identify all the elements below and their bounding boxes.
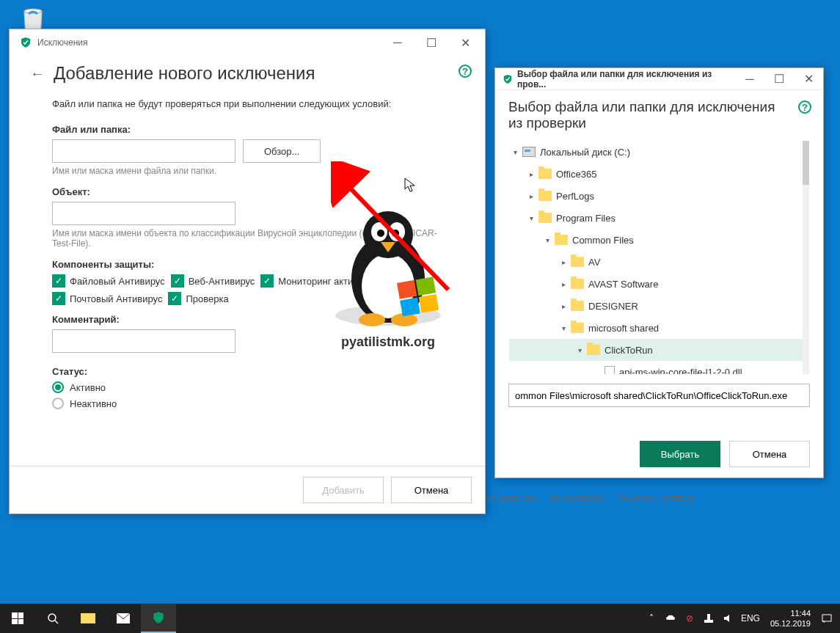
close-button[interactable]: ✕ (794, 67, 823, 91)
node-label: PerfLogs (556, 191, 594, 202)
help-icon[interactable]: ? (459, 65, 472, 78)
object-input[interactable] (52, 202, 235, 225)
tree-folder[interactable]: ▸Office365 (509, 163, 809, 185)
select-button[interactable]: Выбрать (640, 441, 720, 467)
disk-icon (522, 147, 536, 157)
components-label: Компоненты защиты: (52, 259, 442, 270)
taskbar-mail[interactable] (106, 604, 141, 633)
taskbar-search[interactable] (35, 604, 70, 633)
minimize-button[interactable]: ─ (381, 31, 414, 54)
check-icon: ✓ (260, 274, 274, 288)
tray-network-icon[interactable] (700, 604, 717, 633)
caret-icon: ▸ (530, 192, 538, 200)
caret-icon: ▸ (562, 302, 571, 310)
maximize-button[interactable]: ☐ (764, 67, 794, 91)
page-heading: Выбор файла или папки для исключения из … (508, 99, 810, 131)
radio-inactive[interactable]: Неактивно (52, 398, 442, 409)
node-label: Common Files (572, 235, 634, 246)
tray-clock[interactable]: 11:44 05.12.2019 (764, 608, 817, 629)
svg-rect-21 (822, 615, 831, 621)
back-arrow-icon[interactable]: ← (30, 65, 45, 82)
folder-icon (538, 191, 552, 201)
tree-file[interactable]: api-ms-win-core-file-l1-2-0.dll (509, 361, 809, 375)
file-hint: Имя или маска имени файла или папки. (52, 166, 442, 176)
status-strip: ие решения My Kaspersky Лицензия: активн… (487, 487, 715, 509)
check-icon: ✓ (171, 274, 184, 288)
help-icon[interactable]: ? (798, 100, 811, 114)
node-label: Program Files (556, 213, 616, 224)
titlebar[interactable]: Выбор файла или папки для исключения из … (495, 68, 823, 90)
tree-folder[interactable]: ▾microsoft shared (509, 317, 809, 339)
check-web-av[interactable]: ✓Веб-Антивирус (171, 274, 255, 288)
file-input[interactable] (52, 139, 235, 163)
node-label: api-ms-win-core-file-l1-2-0.dll (619, 367, 742, 376)
file-icon (605, 366, 615, 375)
file-label: Файл или папка: (52, 124, 442, 135)
exclusions-window: Исключения ─ ☐ ✕ ? ← Добавление нового и… (9, 29, 486, 514)
folder-icon (538, 213, 552, 223)
radio-active[interactable]: Активно (52, 381, 442, 393)
taskbar-kaspersky[interactable] (141, 604, 176, 633)
cancel-button[interactable]: Отмена (729, 441, 810, 467)
tree-folder[interactable]: ▾ClickToRun (509, 339, 809, 361)
caret-icon: ▾ (562, 324, 571, 332)
taskbar-explorer[interactable] (70, 604, 106, 633)
node-label: DESIGNER (588, 301, 638, 312)
folder-icon (571, 279, 584, 289)
folder-icon (538, 169, 552, 179)
tree-folder[interactable]: ▸PerfLogs (509, 185, 809, 207)
folder-icon (571, 257, 584, 267)
svg-line-17 (55, 621, 58, 623)
tree-disk[interactable]: ▾ Локальный диск (C:) (509, 141, 809, 163)
tray-alert-icon[interactable]: ⊘ (681, 604, 698, 633)
taskbar: ˄ ⊘ ENG 11:44 05.12.2019 (0, 604, 840, 633)
close-button[interactable]: ✕ (448, 31, 482, 54)
svg-rect-20 (707, 614, 710, 620)
tree-folder[interactable]: ▾Common Files (509, 229, 809, 251)
tray-notifications-icon[interactable] (818, 604, 836, 633)
node-label: AVAST Software (588, 279, 658, 290)
check-scan[interactable]: ✓Проверка (168, 292, 228, 305)
folder-icon (571, 323, 584, 333)
tree-folder[interactable]: ▸AVAST Software (509, 273, 809, 295)
caret-icon: ▸ (562, 258, 571, 266)
caret-icon: ▾ (514, 148, 522, 156)
check-monitoring[interactable]: ✓Мониторинг активности (260, 274, 383, 288)
tree-folder[interactable]: ▸AV (509, 251, 809, 273)
radio-icon (52, 398, 64, 409)
tray-volume-icon[interactable] (719, 604, 737, 633)
add-button[interactable]: Добавить (303, 477, 384, 503)
tree-folder[interactable]: ▾Program Files (509, 207, 809, 229)
windows-logo-icon (12, 612, 23, 624)
node-label: microsoft shared (588, 323, 659, 334)
minimize-button[interactable]: ─ (735, 67, 764, 91)
shield-icon (20, 37, 32, 48)
browse-button[interactable]: Обзор... (243, 139, 321, 163)
file-picker-window: Выбор файла или папки для исключения из … (494, 67, 824, 478)
tray-up-icon[interactable]: ˄ (643, 604, 660, 633)
caret-icon: ▾ (530, 214, 538, 222)
maximize-button[interactable]: ☐ (414, 31, 448, 54)
scrollbar-thumb[interactable] (803, 141, 810, 185)
caret-icon: ▸ (530, 170, 538, 178)
tree-folder[interactable]: ▸DESIGNER (509, 295, 809, 317)
start-button[interactable] (0, 604, 35, 633)
window-title: Исключения (37, 37, 381, 48)
path-input[interactable] (508, 384, 810, 407)
other-solutions-link[interactable]: ие решения (487, 493, 536, 503)
comment-input[interactable] (52, 329, 235, 353)
check-file-av[interactable]: ✓Файловый Антивирус (52, 274, 165, 288)
node-label: Office365 (556, 169, 596, 180)
check-mail-av[interactable]: ✓Почтовый Антивирус (52, 292, 162, 305)
my-kaspersky-link[interactable]: My Kaspersky (549, 493, 604, 503)
description: Файл или папка не будут проверяться при … (52, 98, 442, 109)
tray-language[interactable]: ENG (738, 604, 763, 633)
shield-icon (503, 74, 513, 84)
node-label: AV (588, 257, 600, 268)
tray-onedrive-icon[interactable] (662, 604, 679, 633)
cancel-button[interactable]: Отмена (391, 477, 472, 503)
caret-icon: ▾ (546, 236, 555, 244)
titlebar[interactable]: Исключения ─ ☐ ✕ (10, 29, 485, 56)
folder-tree: ▾ Локальный диск (C:) ▸Office365▸PerfLog… (508, 140, 810, 375)
check-icon: ✓ (52, 274, 65, 288)
